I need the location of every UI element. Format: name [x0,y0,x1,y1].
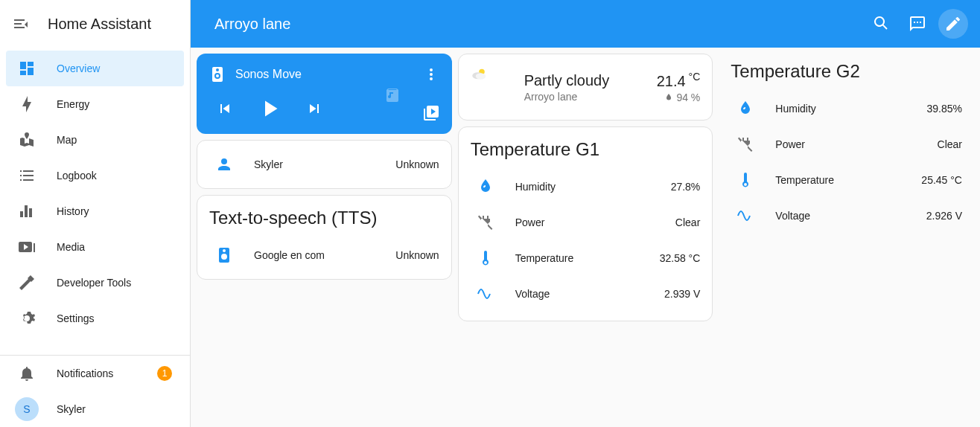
edit-dashboard-button[interactable] [938,9,968,39]
entity-name: Temperature [515,252,645,264]
map-icon [18,131,36,149]
main: Arroyo lane [191,0,980,427]
next-track-button[interactable] [301,95,328,122]
nav: Overview Energy Map Logbook History Medi… [0,48,190,355]
sidebar-item-settings[interactable]: Settings [6,301,184,336]
media-player-card[interactable]: Sonos Move [197,54,452,134]
sidebar-item-label: Energy [57,98,89,110]
sidebar: Home Assistant Overview Energy Map Logbo… [0,0,191,427]
person-card[interactable]: Skyler Unknown [197,140,452,189]
entity-row-humidity[interactable]: Humidity 39.85% [719,91,974,126]
entity-name: Voltage [515,288,649,300]
water-drop-icon [471,172,500,202]
entity-name: Humidity [515,181,656,193]
browse-media-button[interactable] [421,103,442,123]
entity-row-voltage[interactable]: Voltage 2.926 V [719,198,974,234]
entity-value: Unknown [395,249,439,261]
entity-name: Temperature [775,174,906,186]
temperature-g1-card: Temperature G1 Humidity 27.8% Power Clea… [458,126,713,321]
search-button[interactable] [867,9,897,39]
logbook-icon [18,167,36,184]
water-drop-icon [731,94,760,123]
weather-location: Arroyo lane [524,91,645,103]
entity-row-voltage[interactable]: Voltage 2.939 V [459,276,713,312]
entity-value: 2.926 V [926,210,962,222]
person-icon [209,150,239,179]
entity-value: 2.939 V [664,288,700,300]
sine-wave-icon [471,279,500,309]
sidebar-bottom: Notifications 1 S Skyler [0,355,190,427]
card-title: Temperature G1 [459,127,713,169]
entity-name: Humidity [775,103,911,115]
sidebar-item-label: Skyler [57,403,86,415]
sidebar-header: Home Assistant [0,0,190,48]
weather-card[interactable]: Partly cloudy Arroyo lane 21.4°C 94 % [458,54,713,121]
sidebar-item-devtools[interactable]: Developer Tools [6,265,184,301]
topbar-actions [867,9,968,39]
assist-button[interactable] [903,9,932,39]
sidebar-item-logbook[interactable]: Logbook [6,158,184,193]
entity-row-power[interactable]: Power Clear [719,126,974,162]
media-album-placeholder-icon [369,71,416,119]
card-title: Text-to-speech (TTS) [197,196,451,237]
page-title: Arroyo lane [203,16,290,33]
weather-temp-value: 21.4 [657,73,686,89]
avatar: S [15,397,39,421]
weather-humidity: 94 % [657,92,701,103]
dashboard-content: Sonos Move Skyler Unknown [191,48,980,427]
sidebar-item-label: Media [57,241,85,253]
hammer-icon [18,274,36,292]
entity-row-power[interactable]: Power Clear [459,205,713,240]
weather-temp-unit: °C [689,71,701,83]
entity-value: Clear [675,216,700,228]
sidebar-item-notifications[interactable]: Notifications 1 [6,356,184,391]
column-2: Partly cloudy Arroyo lane 21.4°C 94 % [458,54,713,321]
weather-temperature: 21.4°C [657,71,701,90]
history-icon [18,202,36,220]
entity-name: Power [775,138,922,150]
thermometer-icon [471,243,500,273]
play-button[interactable] [256,95,283,122]
entity-name: Voltage [775,210,911,222]
sidebar-item-label: Settings [57,312,95,324]
sidebar-item-overview[interactable]: Overview [6,51,184,86]
svg-point-2 [475,73,486,79]
card-title: Temperature G2 [719,54,974,91]
entity-value: Unknown [395,158,439,170]
entity-value: 32.58 °C [660,252,701,264]
sidebar-item-label: Overview [57,62,100,74]
sidebar-item-media[interactable]: Media [6,229,184,265]
sidebar-item-label: Developer Tools [57,277,131,289]
entity-value: 25.45 °C [921,174,962,186]
media-menu-button[interactable] [422,65,440,83]
sidebar-item-label: Notifications [57,367,113,379]
entity-row-temperature[interactable]: Temperature 32.58 °C [459,240,713,276]
sidebar-item-energy[interactable]: Energy [6,86,184,122]
entity-value: 27.8% [671,181,701,193]
pencil-icon [944,15,962,33]
media-icon [18,238,36,256]
weather-humidity-value: 94 % [676,92,700,103]
column-1: Sonos Move Skyler Unknown [197,54,452,321]
bell-icon [18,365,36,382]
partly-cloudy-icon [471,66,512,108]
entity-value: Clear [938,138,962,150]
tts-entity-row[interactable]: Google en com Unknown [197,237,451,273]
menu-toggle-button[interactable] [12,15,30,33]
topbar: Arroyo lane [191,0,980,48]
previous-track-button[interactable] [211,95,238,122]
thermometer-icon [731,165,760,195]
entity-row-humidity[interactable]: Humidity 27.8% [459,169,713,205]
sidebar-item-user[interactable]: S Skyler [6,391,184,427]
chat-icon [909,15,926,33]
notifications-badge: 1 [157,366,172,381]
sidebar-item-history[interactable]: History [6,193,184,229]
sidebar-item-map[interactable]: Map [6,122,184,158]
entity-value: 39.85% [927,103,962,115]
power-plug-off-icon [731,129,760,159]
entity-row-temperature[interactable]: Temperature 25.45 °C [719,162,974,198]
weather-condition: Partly cloudy [524,72,645,89]
lightning-icon [18,95,36,113]
app-title: Home Assistant [48,16,151,33]
sidebar-item-label: History [57,205,89,217]
